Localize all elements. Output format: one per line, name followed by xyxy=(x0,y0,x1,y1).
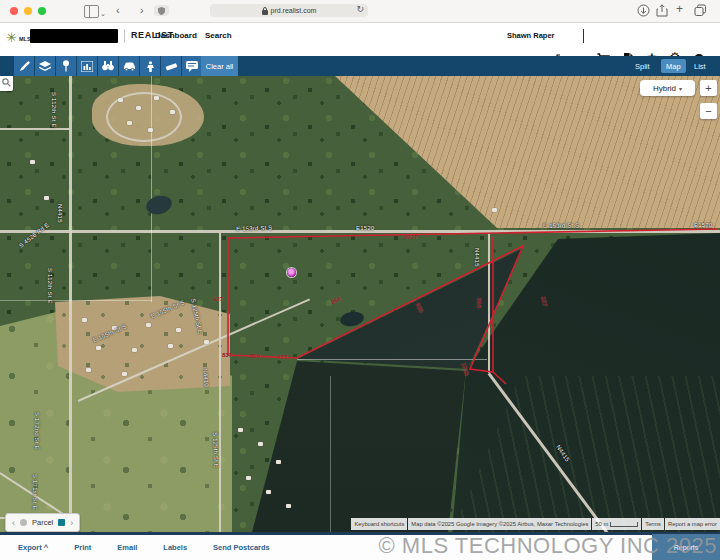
mls-logo-icon: ✳ xyxy=(6,31,17,45)
road-label: E1520 xyxy=(356,225,374,231)
street-view-icon xyxy=(145,61,156,72)
parcel-chip-label: Parcel xyxy=(32,518,53,527)
export-button[interactable]: Export ^ xyxy=(18,543,48,552)
bar-chart-icon xyxy=(81,61,93,72)
parcel-dimension-label: 637 xyxy=(277,354,287,360)
ruler-icon xyxy=(165,61,177,72)
app-header: ✳ MLS REALIST Dashboard Search Shawn Rap… xyxy=(0,23,720,56)
parcel-layer-chip[interactable]: ‹ Parcel › xyxy=(5,513,80,532)
send-postcards-button[interactable]: Send Postcards xyxy=(213,543,270,552)
chevron-right-icon[interactable]: › xyxy=(70,518,73,528)
redacted-org-name xyxy=(30,29,118,43)
tab-overview-icon[interactable] xyxy=(694,4,707,17)
road-label: S 112th St E xyxy=(47,268,53,304)
lock-icon xyxy=(262,7,268,15)
mls-logo-text: MLS xyxy=(19,36,31,42)
map-style-selector[interactable]: Hybrid ▾ xyxy=(640,80,695,96)
road-label: S 171st St E xyxy=(32,474,38,510)
pencil-icon xyxy=(19,61,30,72)
measure-tool-button[interactable] xyxy=(161,56,181,76)
parcel-dimension-label: 927 xyxy=(213,296,223,302)
clear-all-button[interactable]: Clear all xyxy=(201,56,238,76)
nav-dashboard[interactable]: Dashboard xyxy=(155,31,197,40)
drive-time-tool-button[interactable] xyxy=(119,56,139,76)
url-text: prd.realist.com xyxy=(271,7,317,14)
footer-actions: Export ^ Print Email Labels Send Postcar… xyxy=(0,535,720,560)
share-icon[interactable] xyxy=(656,4,668,17)
comment-icon xyxy=(186,61,198,72)
map-marker[interactable] xyxy=(287,268,296,277)
zoom-out-button[interactable]: − xyxy=(700,103,717,119)
map-data-credit: Map data ©2025 Google Imagery ©2025 Airb… xyxy=(408,518,591,530)
view-map-button[interactable]: Map xyxy=(661,59,686,73)
parcel-dimension-label: 998 xyxy=(476,298,482,308)
map-pin-icon xyxy=(62,60,70,72)
road-label: E 153rd St S xyxy=(543,222,580,229)
parcel-dimension-label: 837 xyxy=(222,352,232,358)
labels-button[interactable]: Labels xyxy=(163,543,187,552)
new-tab-icon[interactable]: + xyxy=(676,2,683,17)
chevron-down-icon: ▾ xyxy=(679,85,682,92)
road-label: N4415 xyxy=(474,248,480,267)
road-label: S 125th St E xyxy=(212,432,219,468)
refresh-icon[interactable]: ↻ xyxy=(356,4,364,14)
email-button[interactable]: Email xyxy=(117,543,137,552)
report-map-error-link[interactable]: Report a map error xyxy=(665,518,720,530)
browser-chrome: ⌄ ‹ › prd.realist.com ↻ + xyxy=(0,0,720,23)
minimize-window-button[interactable] xyxy=(24,7,32,15)
close-window-button[interactable] xyxy=(10,7,18,15)
parcel-color-swatch[interactable] xyxy=(58,519,65,526)
road-label: E 153rd St S xyxy=(236,225,273,232)
road-label: N4415 xyxy=(57,204,63,223)
map-attribution: Keyboard shortcuts Map data ©2025 Google… xyxy=(351,518,720,530)
layer-dot-icon xyxy=(20,519,27,526)
map-search-button[interactable] xyxy=(0,76,13,91)
zoom-in-button[interactable]: + xyxy=(700,80,717,96)
downloads-icon[interactable] xyxy=(637,4,650,17)
privacy-shield-icon[interactable] xyxy=(154,5,169,16)
nav-search[interactable]: Search xyxy=(205,31,232,40)
url-bar[interactable]: prd.realist.com ↻ xyxy=(210,4,368,17)
layers-icon xyxy=(39,61,51,72)
map-canvas[interactable]: E 153rd St SE1520E 153rd St SE1570S 4526… xyxy=(0,76,720,532)
parcel-dimension-label: 310 xyxy=(250,353,260,359)
terms-link[interactable]: Terms xyxy=(642,518,664,530)
forward-button[interactable]: › xyxy=(140,3,144,18)
map-toolbar: Clear all Split Map List xyxy=(0,56,720,76)
road-label: S 172nd St E xyxy=(34,412,40,450)
view-split-button[interactable]: Split xyxy=(630,59,655,73)
sidebar-icon[interactable] xyxy=(84,5,99,18)
street-view-tool-button[interactable] xyxy=(140,56,160,76)
binoculars-icon xyxy=(102,61,114,71)
search-area-tool-button[interactable] xyxy=(98,56,118,76)
print-button[interactable]: Print xyxy=(74,543,91,552)
road-label: S 112th St E xyxy=(51,92,57,128)
parcel-dimension-label: 2037 xyxy=(404,234,417,240)
search-icon xyxy=(2,78,11,87)
comment-tool-button[interactable] xyxy=(182,56,202,76)
pin-tool-button[interactable] xyxy=(56,56,76,76)
reports-button[interactable]: Reports xyxy=(652,534,720,560)
back-button[interactable]: ‹ xyxy=(116,3,120,18)
view-list-button[interactable]: List xyxy=(689,59,711,73)
layers-tool-button[interactable] xyxy=(35,56,55,76)
chart-tool-button[interactable] xyxy=(77,56,97,76)
road-label: E1570 xyxy=(694,222,712,228)
parcel-outline xyxy=(0,76,720,532)
car-icon xyxy=(123,61,136,71)
chevron-left-icon[interactable]: ‹ xyxy=(12,518,15,528)
scale-indicator: 50 m xyxy=(592,518,641,530)
keyboard-shortcuts-button[interactable]: Keyboard shortcuts xyxy=(351,518,407,530)
maximize-window-button[interactable] xyxy=(38,7,46,15)
chevron-down-icon[interactable]: ⌄ xyxy=(100,6,106,21)
user-name[interactable]: Shawn Raper xyxy=(507,31,555,40)
draw-tool-button[interactable] xyxy=(14,56,34,76)
